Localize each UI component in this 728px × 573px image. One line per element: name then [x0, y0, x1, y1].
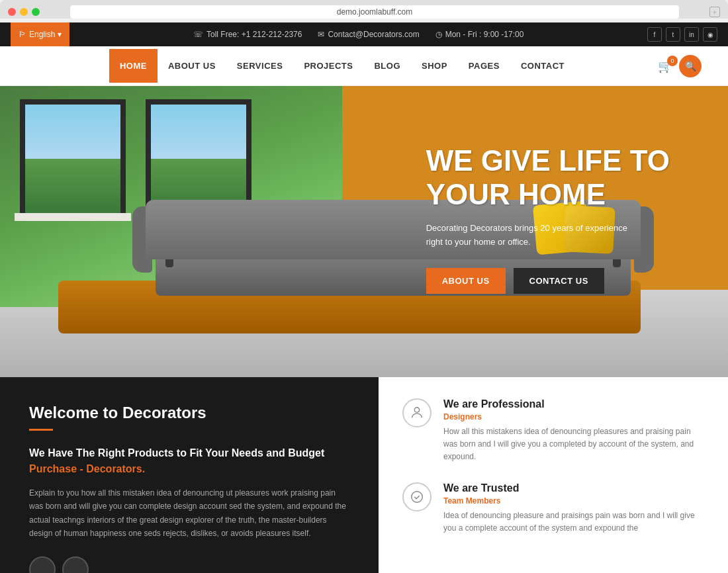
welcome-body: Explain to you how all this mistaken ide…	[29, 486, 349, 541]
instagram-icon[interactable]: ◉	[703, 27, 717, 42]
lang-label: English	[29, 30, 55, 39]
check-icon	[402, 482, 432, 511]
email-icon: ✉	[318, 30, 324, 39]
feature-trusted-title: We are Trusted	[443, 482, 704, 494]
signature-area	[29, 556, 349, 573]
hero-section: WE GIVE LIFE TO YOUR HOME Decorating Dec…	[0, 86, 728, 377]
feature-professional-tag: Designers	[443, 412, 704, 421]
cart-badge: 0	[667, 56, 678, 66]
browser-controls: demo.joomlabuff.com +	[8, 5, 720, 19]
expand-icon[interactable]: +	[709, 7, 720, 17]
top-bar: 🏳 English ▾ ☏ Toll Free: +1 212-212-2376…	[0, 22, 728, 46]
about-us-button[interactable]: ABOUT US	[426, 268, 506, 294]
chevron-down-icon: ▾	[58, 30, 62, 39]
features-panel: We are Professional Designers How all th…	[379, 377, 728, 573]
feature-professional-content: We are Professional Designers How all th…	[443, 398, 704, 464]
browser-chrome: demo.joomlabuff.com +	[0, 0, 728, 19]
feature-trusted: We are Trusted Team Members Idea of deno…	[402, 482, 704, 535]
hero-content: WE GIVE LIFE TO YOUR HOME Decorating Dec…	[426, 144, 670, 294]
maximize-dot[interactable]	[32, 8, 40, 16]
nav-actions: 🛒 0 🔍	[658, 55, 702, 77]
nav-services[interactable]: SERVICES	[226, 49, 294, 83]
person-icon	[402, 398, 432, 427]
contact-us-button[interactable]: CONTACT US	[514, 268, 604, 294]
signature-avatar-2	[62, 556, 89, 573]
nav-pages[interactable]: PAGES	[458, 49, 510, 83]
hours-text: Mon - Fri : 9:00 -17:00	[445, 30, 524, 39]
top-bar-info: ☏ Toll Free: +1 212-212-2376 ✉ Contact@D…	[69, 30, 647, 39]
svg-point-1	[412, 491, 423, 502]
linkedin-icon[interactable]: in	[684, 27, 699, 42]
orange-divider	[29, 429, 53, 431]
signature-avatar-1	[29, 556, 56, 573]
facebook-icon[interactable]: f	[647, 27, 662, 42]
search-icon: 🔍	[685, 61, 696, 71]
windowsill-1	[15, 213, 131, 221]
flag-icon: 🏳	[19, 30, 26, 39]
nav-blog[interactable]: BLOG	[363, 49, 411, 83]
window-frame-1	[20, 99, 126, 218]
hero-subtitle: Decorating Decorators brings 20 years of…	[426, 222, 638, 249]
hero-title: WE GIVE LIFE TO YOUR HOME	[426, 144, 670, 211]
feature-trusted-desc: Idea of denouncing pleasure and praising…	[443, 509, 704, 535]
nav-about-us[interactable]: ABOUT US	[158, 49, 226, 83]
nav-shop[interactable]: SHOP	[411, 49, 458, 83]
phone-text: Toll Free: +1 212-212-2376	[206, 30, 302, 39]
minimize-dot[interactable]	[20, 8, 28, 16]
nav-contact[interactable]: CONTACT	[510, 49, 575, 83]
sofa-leg-1	[165, 259, 173, 267]
nav-projects[interactable]: PROJECTS	[293, 49, 363, 83]
welcome-title: Welcome to Decorators	[29, 404, 349, 422]
close-dot[interactable]	[8, 8, 16, 16]
social-icons: f t in ◉	[647, 27, 717, 42]
email-info: ✉ Contact@Decorators.com	[318, 30, 419, 39]
twitter-icon[interactable]: t	[666, 27, 680, 42]
hero-buttons: ABOUT US CONTACT US	[426, 268, 670, 294]
feature-trusted-content: We are Trusted Team Members Idea of deno…	[443, 482, 704, 535]
email-text: Contact@Decorators.com	[328, 30, 419, 39]
feature-professional: We are Professional Designers How all th…	[402, 398, 704, 464]
clock-icon: ◷	[435, 30, 442, 39]
welcome-subtitle: We Have The Right Products to Fit Your N…	[29, 445, 349, 477]
svg-point-0	[414, 408, 419, 412]
language-button[interactable]: 🏳 English ▾	[11, 22, 69, 46]
lower-section: Welcome to Decorators We Have The Right …	[0, 377, 728, 573]
address-bar[interactable]: demo.joomlabuff.com	[70, 5, 679, 19]
feature-professional-title: We are Professional	[443, 398, 704, 410]
feature-trusted-tag: Team Members	[443, 496, 704, 506]
phone-info: ☏ Toll Free: +1 212-212-2376	[193, 30, 302, 39]
cart-button[interactable]: 🛒 0	[658, 59, 672, 73]
search-button[interactable]: 🔍	[679, 55, 702, 77]
nav-links: HOME ABOUT US SERVICES PROJECTS BLOG SHO…	[26, 49, 658, 83]
navigation-bar: HOME ABOUT US SERVICES PROJECTS BLOG SHO…	[0, 46, 728, 86]
nav-home[interactable]: HOME	[109, 49, 158, 83]
hours-info: ◷ Mon - Fri : 9:00 -17:00	[435, 30, 524, 39]
feature-professional-desc: How all this mistakens idea of denouncin…	[443, 425, 704, 464]
phone-icon: ☏	[193, 30, 203, 39]
welcome-panel: Welcome to Decorators We Have The Right …	[0, 377, 379, 573]
